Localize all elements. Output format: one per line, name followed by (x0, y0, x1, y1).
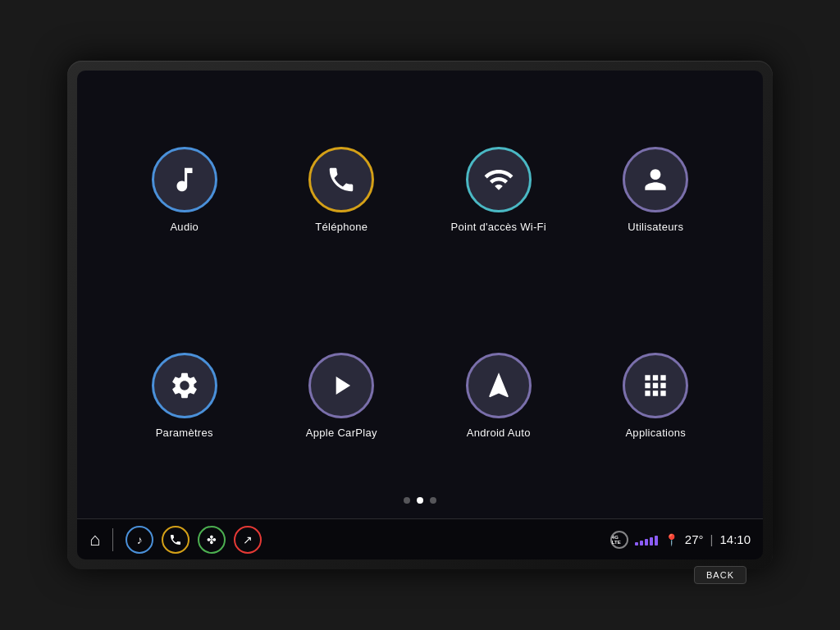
time-separator: | (710, 532, 714, 546)
gear-icon (169, 370, 200, 401)
main-screen: Audio Téléphone (77, 71, 763, 559)
hardware-buttons: BACK (77, 559, 763, 588)
android-auto-button[interactable]: Android Auto (424, 301, 573, 491)
dot-2[interactable] (417, 497, 423, 504)
car-infotainment-bezel: Audio Téléphone (67, 61, 773, 569)
page-indicator (110, 491, 730, 510)
users-button[interactable]: Utilisateurs (582, 95, 731, 285)
icon-grid: Audio Téléphone (110, 95, 730, 491)
dot-3[interactable] (430, 497, 436, 504)
telephone-icon-circle (308, 147, 374, 212)
applications-icon-circle (623, 353, 688, 418)
wifi-icon (483, 164, 514, 195)
temp-time-display: 27° | 14:10 (685, 532, 751, 546)
temperature: 27° (685, 532, 704, 546)
bar-4 (650, 537, 653, 546)
carplay-label: Apple CarPlay (306, 427, 377, 439)
audio-label: Audio (170, 221, 199, 233)
signal-bars (635, 534, 658, 546)
home-button[interactable]: ⌂ (89, 529, 100, 550)
app-grid-area: Audio Téléphone (77, 71, 763, 518)
status-bar: ⌂ ♪ ✤ ↗ 4G LTE (77, 518, 763, 559)
audio-button[interactable]: Audio (110, 95, 259, 285)
settings-label: Paramètres (156, 427, 213, 439)
back-button[interactable]: BACK (694, 566, 746, 584)
location-icon: 📍 (664, 533, 678, 546)
carplay-button[interactable]: Apple CarPlay (267, 301, 417, 491)
settings-icon-circle (152, 353, 217, 418)
dot-1[interactable] (404, 497, 410, 504)
settings-button[interactable]: Paramètres (110, 301, 259, 491)
android-auto-label: Android Auto (467, 427, 531, 439)
bar-3 (645, 539, 648, 546)
applications-button[interactable]: Applications (582, 301, 731, 491)
music-status-button[interactable]: ♪ (126, 526, 153, 554)
nav-status-button[interactable]: ↗ (234, 526, 262, 554)
users-label: Utilisateurs (628, 221, 683, 233)
wifi-label: Point d'accès Wi-Fi (450, 221, 546, 233)
audio-icon-circle (152, 147, 217, 212)
divider (112, 528, 113, 551)
clock: 14:10 (719, 532, 751, 546)
status-right-info: 4G LTE 📍 27° | 14:10 (610, 531, 751, 549)
wifi-icon-circle (466, 147, 532, 212)
game-status-button[interactable]: ✤ (198, 526, 226, 554)
bar-1 (635, 542, 638, 546)
users-icon-circle (623, 147, 688, 212)
music-icon (169, 164, 200, 195)
carplay-icon-circle (308, 353, 374, 418)
person-icon (640, 164, 671, 195)
telephone-button[interactable]: Téléphone (267, 95, 417, 285)
applications-label: Applications (625, 427, 686, 439)
play-icon (326, 370, 357, 401)
bar-5 (655, 536, 658, 546)
phone-icon (326, 164, 357, 195)
status-left-icons: ⌂ ♪ ✤ ↗ (89, 526, 262, 554)
grid-icon (640, 370, 671, 401)
android-auto-icon-circle (466, 353, 532, 418)
navigation-icon (483, 370, 514, 401)
telephone-label: Téléphone (315, 221, 368, 233)
wifi-button[interactable]: Point d'accès Wi-Fi (424, 95, 573, 285)
lte-label: 4G LTE (612, 535, 627, 545)
phone-status-button[interactable] (162, 526, 189, 554)
signal-badge: 4G LTE (610, 531, 628, 549)
bar-2 (640, 541, 643, 546)
phone-status-icon (169, 533, 182, 546)
